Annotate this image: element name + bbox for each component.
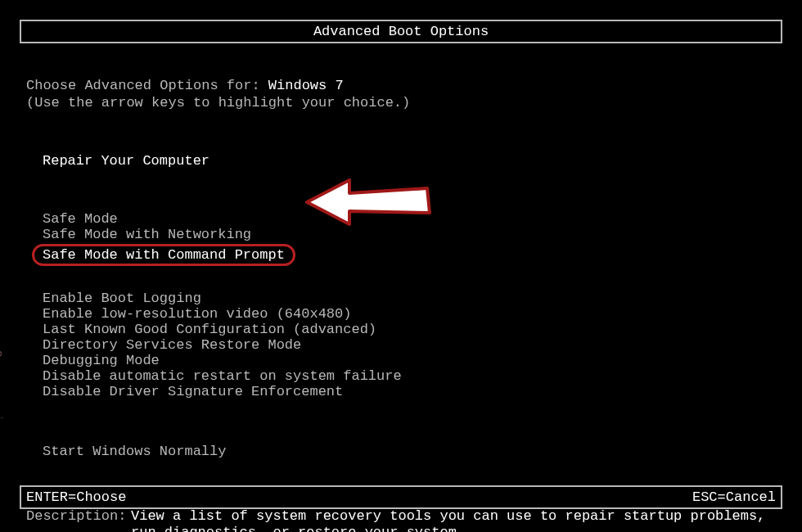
description-text: View a list of system recovery tools you… (131, 508, 776, 532)
os-name: Windows 7 (268, 78, 344, 93)
description-label: Description: (26, 508, 131, 532)
option-enable-boot-logging[interactable]: Enable Boot Logging (43, 291, 776, 306)
content-area: Choose Advanced Options for: Windows 7 (… (0, 78, 802, 459)
option-start-normally[interactable]: Start Windows Normally (43, 444, 776, 459)
option-last-known-good[interactable]: Last Known Good Configuration (advanced) (43, 322, 776, 337)
option-directory-services-restore[interactable]: Directory Services Restore Mode (43, 337, 776, 353)
intro-prefix: Choose Advanced Options for: (26, 78, 268, 93)
option-debugging-mode[interactable]: Debugging Mode (43, 353, 776, 368)
title-bar: Advanced Boot Options (20, 20, 782, 43)
option-group-normal: Start Windows Normally (43, 444, 776, 459)
option-group-advanced: Enable Boot Logging Enable low-resolutio… (43, 291, 776, 399)
footer-bar: ENTER=Choose ESC=Cancel (20, 485, 782, 509)
option-disable-auto-restart[interactable]: Disable automatic restart on system fail… (43, 368, 776, 384)
highlighted-option: Safe Mode with Command Prompt (32, 244, 295, 266)
option-safe-mode-command-prompt[interactable]: Safe Mode with Command Prompt (43, 242, 776, 264)
option-repair-computer[interactable]: Repair Your Computer (43, 153, 776, 169)
intro-hint: (Use the arrow keys to highlight your ch… (26, 95, 776, 110)
watermark-text: 2-remove-virus.com (0, 350, 5, 467)
pointer-arrow-icon (300, 177, 435, 232)
option-low-res-video[interactable]: Enable low-resolution video (640x480) (43, 306, 776, 322)
option-group-repair: Repair Your Computer (43, 153, 776, 169)
option-disable-driver-signature[interactable]: Disable Driver Signature Enforcement (43, 384, 776, 399)
description-block: Description: View a list of system recov… (0, 508, 802, 532)
footer-esc-hint: ESC=Cancel (692, 489, 776, 505)
intro-line: Choose Advanced Options for: Windows 7 (26, 78, 776, 93)
footer-enter-hint: ENTER=Choose (26, 489, 126, 505)
page-title: Advanced Boot Options (313, 24, 489, 39)
